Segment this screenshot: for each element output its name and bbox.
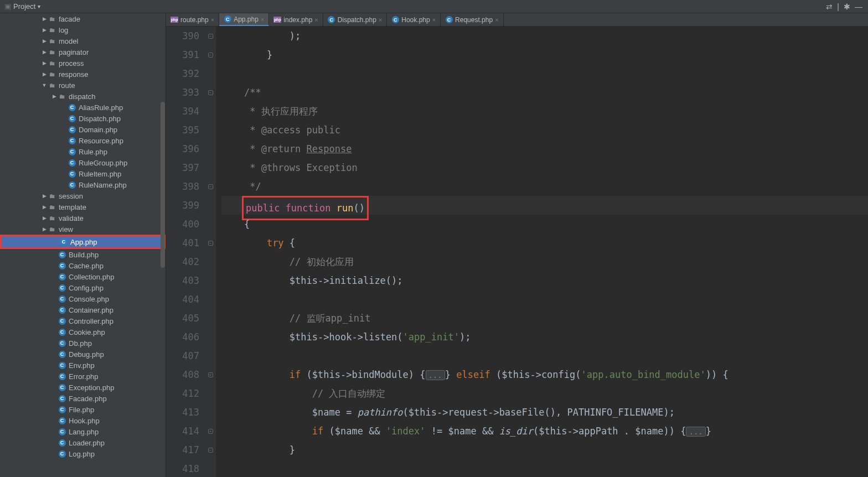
- tree-item-response[interactable]: ▶🖿response: [0, 69, 166, 80]
- code-editor[interactable]: 3903913923933943953963973983994004014024…: [166, 27, 868, 477]
- code-line[interactable]: );: [221, 27, 868, 45]
- tree-item-paginator[interactable]: ▶🖿paginator: [0, 46, 166, 58]
- code-line[interactable]: if ($name && 'index' != $name && is_dir(…: [221, 422, 868, 440]
- tree-item-exception-php[interactable]: CException.php: [0, 382, 166, 393]
- tree-item-loader-php[interactable]: CLoader.php: [0, 437, 166, 448]
- tree-item-resource-php[interactable]: CResource.php: [0, 135, 166, 146]
- fold-marker[interactable]: [205, 121, 216, 139]
- tree-expand-arrow[interactable]: ▶: [41, 215, 48, 221]
- tree-item-rulename-php[interactable]: CRuleName.php: [0, 179, 166, 190]
- tree-expand-arrow[interactable]: ▶: [41, 27, 48, 33]
- fold-marker[interactable]: [205, 403, 216, 422]
- tree-item-cookie-php[interactable]: CCookie.php: [0, 326, 166, 338]
- code-line[interactable]: * @return Response: [221, 139, 868, 158]
- editor-tab-route-php[interactable]: phproute.php×: [166, 13, 219, 26]
- tree-item-db-php[interactable]: CDb.php: [0, 338, 166, 349]
- tree-item-facade-php[interactable]: CFacade.php: [0, 393, 166, 404]
- editor-tab-hook-php[interactable]: CHook.php×: [387, 13, 441, 26]
- tree-item-file-php[interactable]: CFile.php: [0, 404, 166, 415]
- code-line[interactable]: // 监听app_init: [221, 309, 868, 328]
- fold-marker[interactable]: −: [205, 83, 216, 102]
- close-icon[interactable]: ×: [432, 17, 436, 23]
- tree-item-cache-php[interactable]: CCache.php: [0, 260, 166, 271]
- fold-marker[interactable]: +: [205, 422, 216, 440]
- tree-expand-arrow[interactable]: ▶: [41, 38, 48, 44]
- tree-item-validate[interactable]: ▶🖿validate: [0, 212, 166, 224]
- tree-expand-arrow[interactable]: ▶: [41, 49, 48, 55]
- close-icon[interactable]: ×: [314, 17, 318, 23]
- code-line[interactable]: [221, 459, 868, 477]
- editor-tab-request-php[interactable]: CRequest.php×: [441, 13, 504, 26]
- tree-item-build-php[interactable]: CBuild.php: [0, 249, 166, 260]
- code-line[interactable]: */: [221, 177, 868, 196]
- tree-expand-arrow[interactable]: ▶: [41, 193, 48, 199]
- code-line[interactable]: $this->initialize();: [221, 271, 868, 290]
- close-icon[interactable]: ×: [261, 16, 264, 23]
- tree-expand-arrow[interactable]: ▶: [41, 60, 48, 66]
- fold-marker[interactable]: [205, 328, 216, 346]
- fold-marker[interactable]: [205, 271, 216, 290]
- tree-item-config-php[interactable]: CConfig.php: [0, 282, 166, 293]
- sidebar-scrollbar-thumb[interactable]: [161, 102, 165, 268]
- fold-marker[interactable]: −: [205, 177, 216, 196]
- tree-item-session[interactable]: ▶🖿session: [0, 190, 166, 201]
- tree-item-container-php[interactable]: CContainer.php: [0, 304, 166, 315]
- code-line[interactable]: public function run(): [221, 196, 868, 215]
- tree-expand-arrow[interactable]: ▶: [51, 94, 58, 99]
- code-line[interactable]: $this->hook->listen('app_init');: [221, 328, 868, 346]
- fold-marker[interactable]: [205, 309, 216, 328]
- code-line[interactable]: }: [221, 45, 868, 64]
- tree-item-hook-php[interactable]: CHook.php: [0, 415, 166, 426]
- fold-marker[interactable]: [205, 252, 216, 271]
- fold-marker[interactable]: −: [205, 234, 216, 252]
- tree-item-error-php[interactable]: CError.php: [0, 371, 166, 382]
- tree-item-ruleitem-php[interactable]: CRuleItem.php: [0, 168, 166, 179]
- code-line[interactable]: }: [221, 440, 868, 459]
- fold-marker[interactable]: −: [205, 27, 216, 45]
- tree-item-lang-php[interactable]: CLang.php: [0, 426, 166, 437]
- tree-item-console-php[interactable]: CConsole.php: [0, 293, 166, 304]
- collapse-icon[interactable]: ⇄: [826, 2, 833, 11]
- tree-item-template[interactable]: ▶🖿template: [0, 201, 166, 212]
- code-line[interactable]: [221, 64, 868, 83]
- tree-item-dispatch-php[interactable]: CDispatch.php: [0, 113, 166, 124]
- fold-marker[interactable]: [205, 139, 216, 158]
- tree-item-rule-php[interactable]: CRule.php: [0, 146, 166, 157]
- tree-item-model[interactable]: ▶🖿model: [0, 35, 166, 46]
- fold-marker[interactable]: [205, 102, 216, 121]
- code-line[interactable]: // 入口自动绑定: [221, 384, 868, 403]
- fold-marker[interactable]: −: [205, 45, 216, 64]
- code-line[interactable]: * @access public: [221, 121, 868, 139]
- code-line[interactable]: if ($this->bindModule) {...} elseif ($th…: [221, 365, 868, 384]
- code-line[interactable]: * @throws Exception: [221, 158, 868, 177]
- tree-item-view[interactable]: ▶🖿view: [0, 224, 166, 235]
- code-line[interactable]: try {: [221, 234, 868, 252]
- fold-marker[interactable]: [205, 64, 216, 83]
- fold-gutter[interactable]: −−−−−++−: [205, 27, 216, 477]
- tree-item-log[interactable]: ▶🖿log: [0, 24, 166, 35]
- fold-marker[interactable]: +: [205, 365, 216, 384]
- project-dropdown-button[interactable]: ▣ Project ▾: [0, 0, 45, 13]
- hide-icon[interactable]: —: [855, 2, 862, 11]
- fold-marker[interactable]: [205, 384, 216, 403]
- tree-item-process[interactable]: ▶🖿process: [0, 58, 166, 69]
- fold-marker[interactable]: [205, 196, 216, 215]
- tree-item-debug-php[interactable]: CDebug.php: [0, 349, 166, 360]
- code-content[interactable]: ); } /** * 执行应用程序 * @access public * @re…: [216, 27, 868, 477]
- tree-expand-arrow[interactable]: ▶: [41, 204, 48, 210]
- editor-tab-index-php[interactable]: phpindex.php×: [269, 13, 323, 26]
- close-icon[interactable]: ×: [211, 17, 214, 23]
- tree-item-log-php[interactable]: CLog.php: [0, 448, 166, 459]
- tree-item-dispatch[interactable]: ▶🖿dispatch: [0, 91, 166, 102]
- tree-expand-arrow[interactable]: ▶: [41, 226, 48, 232]
- code-line[interactable]: * 执行应用程序: [221, 102, 868, 121]
- tree-item-facade[interactable]: ▶🖿facade: [0, 13, 166, 24]
- fold-marker[interactable]: [205, 290, 216, 309]
- fold-marker[interactable]: [205, 346, 216, 365]
- fold-marker[interactable]: [205, 215, 216, 234]
- code-line[interactable]: [221, 346, 868, 365]
- tree-item-app-php[interactable]: CApp.php: [0, 235, 166, 249]
- tree-item-aliasrule-php[interactable]: CAliasRule.php: [0, 102, 166, 113]
- tree-item-env-php[interactable]: CEnv.php: [0, 360, 166, 371]
- code-line[interactable]: $name = pathinfo($this->request->baseFil…: [221, 403, 868, 422]
